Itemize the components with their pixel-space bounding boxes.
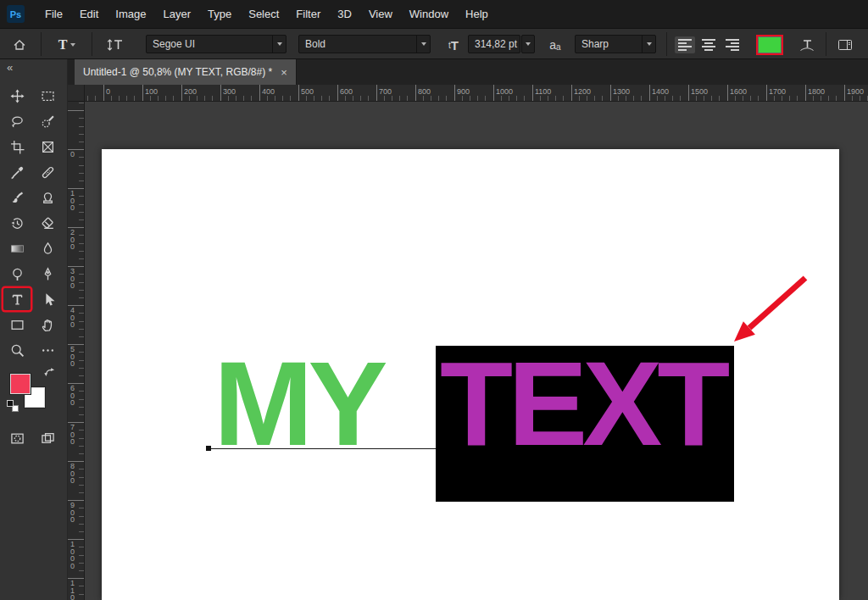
anti-alias-icon-big: a bbox=[549, 38, 556, 52]
hruler-label: 1500 bbox=[691, 87, 708, 96]
frame-tool[interactable] bbox=[34, 136, 61, 158]
menu-filter[interactable]: Filter bbox=[287, 0, 329, 28]
quick-selection-tool[interactable] bbox=[34, 110, 61, 132]
tools-grid-extra bbox=[0, 427, 67, 449]
collapse-panel-icon[interactable]: « bbox=[0, 59, 67, 78]
hruler-label: 1400 bbox=[652, 87, 669, 96]
hruler-label: 800 bbox=[418, 87, 431, 96]
close-icon[interactable]: × bbox=[281, 66, 287, 79]
pasteboard: MY TEXT bbox=[85, 102, 868, 600]
history-brush-tool[interactable] bbox=[3, 212, 31, 234]
align-right-button[interactable] bbox=[722, 36, 743, 53]
vruler-label: 400 bbox=[70, 307, 75, 329]
hand-tool[interactable] bbox=[34, 314, 61, 336]
tools-grid bbox=[0, 78, 67, 361]
lasso-tool[interactable] bbox=[3, 110, 31, 132]
vruler-label: 200 bbox=[70, 229, 75, 251]
align-left-button[interactable] bbox=[675, 36, 695, 53]
font-family-value: Segoe UI bbox=[147, 38, 272, 50]
options-bar: T Segoe UI Bold tT 314,82 pt aa Sharp bbox=[0, 28, 868, 59]
hruler-label: 600 bbox=[340, 87, 353, 96]
hruler-label: 1800 bbox=[808, 87, 825, 96]
menu-help[interactable]: Help bbox=[457, 0, 497, 28]
hruler-label: 0 bbox=[106, 87, 110, 96]
edit-toolbar[interactable] bbox=[34, 339, 61, 361]
hruler-label: 1100 bbox=[535, 87, 551, 96]
font-size-icon-big: T bbox=[451, 38, 459, 53]
canvas-text-my[interactable]: MY bbox=[214, 344, 383, 464]
font-family-select[interactable]: Segoe UI bbox=[146, 35, 287, 53]
vruler-label: 300 bbox=[70, 268, 75, 290]
crop-tool[interactable] bbox=[3, 136, 31, 158]
document-tab-title: Untitled-1 @ 50,8% (MY TEXT, RGB/8#) * bbox=[83, 66, 272, 78]
font-style-value: Bold bbox=[299, 38, 416, 50]
eraser-tool[interactable] bbox=[34, 212, 61, 234]
hruler-label: 900 bbox=[457, 87, 470, 96]
text-color-swatch[interactable] bbox=[758, 36, 782, 53]
foreground-color-swatch[interactable] bbox=[10, 374, 31, 394]
document-tab-bar: Untitled-1 @ 50,8% (MY TEXT, RGB/8#) * × bbox=[68, 59, 868, 85]
anti-alias-select[interactable]: Sharp bbox=[575, 35, 656, 53]
home-icon[interactable] bbox=[8, 35, 31, 55]
menu-layer[interactable]: Layer bbox=[155, 0, 200, 28]
document-tab[interactable]: Untitled-1 @ 50,8% (MY TEXT, RGB/8#) * × bbox=[75, 59, 297, 85]
zoom-tool[interactable] bbox=[3, 339, 31, 361]
menu-select[interactable]: Select bbox=[240, 0, 287, 28]
dodge-tool[interactable] bbox=[3, 263, 31, 285]
vruler-label: 700 bbox=[70, 424, 75, 446]
chevron-down-icon bbox=[272, 36, 286, 53]
path-selection-tool[interactable] bbox=[34, 288, 61, 310]
gradient-tool[interactable] bbox=[3, 237, 31, 259]
rectangular-marquee-tool[interactable] bbox=[34, 85, 61, 107]
vruler-label: 800 bbox=[70, 463, 75, 485]
vertical-ruler[interactable]: 010020030040050060070080090010001100 bbox=[68, 102, 85, 600]
eyedropper-tool[interactable] bbox=[3, 161, 31, 183]
default-colors-icon[interactable] bbox=[7, 400, 19, 413]
vruler-label: 1000 bbox=[70, 541, 75, 569]
hruler-label: 500 bbox=[301, 87, 314, 96]
horizontal-ruler[interactable]: 0100200300400500600700800900100011001200… bbox=[85, 85, 868, 102]
hruler-label: 1200 bbox=[574, 87, 591, 96]
align-center-button[interactable] bbox=[698, 36, 719, 53]
type-tool-preset-icon: T bbox=[58, 37, 68, 53]
type-tool[interactable] bbox=[3, 288, 31, 310]
menu-type[interactable]: Type bbox=[199, 0, 240, 28]
menu-window[interactable]: Window bbox=[401, 0, 457, 28]
screen-mode-button[interactable] bbox=[34, 427, 61, 449]
quick-mask-button[interactable] bbox=[3, 427, 31, 449]
font-style-select[interactable]: Bold bbox=[298, 35, 431, 53]
font-size-dropdown-button[interactable] bbox=[521, 35, 535, 53]
menu-3d[interactable]: 3D bbox=[329, 0, 360, 28]
hruler-label: 700 bbox=[379, 87, 392, 96]
tools-panel: « bbox=[0, 59, 68, 600]
rectangle-tool[interactable] bbox=[3, 314, 31, 336]
tool-preset-picker[interactable]: T bbox=[51, 35, 83, 55]
toggle-panels-icon[interactable] bbox=[834, 35, 856, 55]
menu-image[interactable]: Image bbox=[107, 0, 154, 28]
swap-colors-icon[interactable] bbox=[43, 366, 56, 382]
canvas-text-text[interactable]: TEXT bbox=[440, 344, 725, 464]
brush-tool[interactable] bbox=[3, 186, 31, 208]
text-baseline bbox=[210, 448, 436, 449]
text-orientation-icon[interactable] bbox=[103, 35, 127, 55]
menu-edit[interactable]: Edit bbox=[71, 0, 107, 28]
chevron-down-icon bbox=[642, 36, 655, 53]
hruler-label: 1000 bbox=[496, 87, 513, 96]
chevron-down-icon bbox=[70, 43, 75, 47]
menu-file[interactable]: File bbox=[36, 0, 71, 28]
hruler-label: 400 bbox=[262, 87, 275, 96]
clone-stamp-tool[interactable] bbox=[34, 186, 61, 208]
blur-tool[interactable] bbox=[34, 237, 61, 259]
hruler-label: 200 bbox=[184, 87, 197, 96]
warp-text-icon[interactable] bbox=[795, 35, 819, 55]
menu-items: FileEditImageLayerTypeSelectFilter3DView… bbox=[36, 0, 497, 28]
vruler-label: 0 bbox=[70, 151, 75, 158]
menu-view[interactable]: View bbox=[360, 0, 401, 28]
divider bbox=[666, 32, 667, 56]
font-size-input[interactable]: 314,82 pt bbox=[468, 35, 520, 53]
move-tool[interactable] bbox=[3, 85, 31, 107]
color-widget bbox=[7, 368, 61, 415]
menu-bar: Ps FileEditImageLayerTypeSelectFilter3DV… bbox=[0, 0, 868, 28]
spot-healing-brush-tool[interactable] bbox=[34, 161, 61, 183]
pen-tool[interactable] bbox=[34, 263, 61, 285]
